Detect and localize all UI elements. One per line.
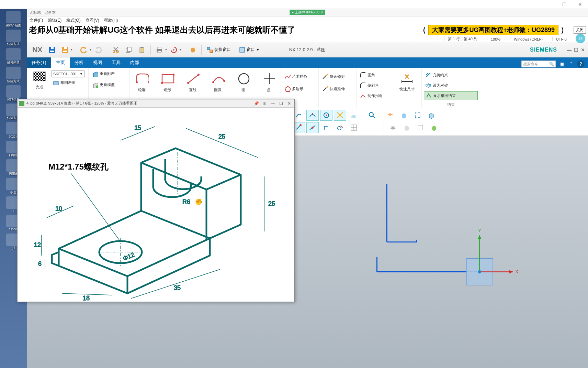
menu-file[interactable]: 文件(F): [30, 18, 43, 23]
make-corner-button[interactable]: 制作拐角: [359, 91, 392, 100]
point-button[interactable]: 点: [259, 72, 279, 93]
nx-close-icon[interactable]: ✕: [580, 47, 586, 53]
wireframe-icon[interactable]: [414, 122, 427, 133]
circle-button[interactable]: 圆: [233, 72, 253, 93]
curve-point-icon[interactable]: [306, 110, 319, 121]
tab-internal[interactable]: 内部: [125, 57, 144, 68]
cut-icon[interactable]: [110, 44, 122, 55]
menu-help[interactable]: 帮助(H): [104, 18, 118, 23]
polygon-button[interactable]: 多边形: [283, 84, 316, 93]
tangent-snap-icon[interactable]: [334, 122, 346, 133]
fillet-button[interactable]: 圆角: [359, 71, 392, 79]
fit-view-icon[interactable]: [411, 110, 424, 121]
window-close-icon[interactable]: ✕: [572, 0, 588, 9]
menu-view[interactable]: 查看(V): [86, 18, 99, 23]
paste-icon[interactable]: [136, 44, 148, 55]
midpoint-snap-icon[interactable]: [306, 122, 319, 133]
touch-mode-icon[interactable]: [187, 44, 199, 55]
tab-analyze[interactable]: 分析: [70, 57, 88, 68]
tab-home[interactable]: 主页: [51, 57, 70, 68]
iv-minimize-icon[interactable]: —: [269, 100, 276, 107]
image-viewer-canvas[interactable]: 15 25 25 10 12 6 18 35 R6 Φ12: [18, 108, 294, 302]
sketch-selector[interactable]: SKETCH_001▼: [52, 71, 84, 77]
help-icon[interactable]: ?: [577, 60, 585, 68]
rectangle-button[interactable]: 矩形: [157, 72, 177, 93]
perpendicular-snap-icon[interactable]: [320, 122, 332, 133]
window-min-icon[interactable]: —: [541, 0, 556, 9]
line-button[interactable]: 直线: [183, 72, 203, 93]
art-spline-button[interactable]: 艺术样条: [283, 72, 316, 81]
sketch-orient-button[interactable]: 草图着重: [52, 78, 84, 87]
svg-marker-40: [285, 86, 291, 91]
desktop-shortcut[interactable]: 课程介绍图: [2, 11, 24, 28]
desktop-shortcut[interactable]: 快捷方式: [2, 30, 24, 46]
menu-edit[interactable]: 编辑(E): [48, 18, 61, 23]
image-viewer-titlebar[interactable]: 4.jpg (94KB, 959x614 像素) - 第1 / 6张 - 125…: [18, 99, 294, 108]
svg-point-78: [478, 270, 482, 274]
pin-icon[interactable]: 📌: [252, 100, 260, 107]
window-menu-button[interactable]: 窗口▼: [236, 45, 262, 55]
profile-button[interactable]: 轮廓: [132, 72, 152, 93]
tab-view[interactable]: 视图: [88, 57, 107, 68]
class-timer-badge[interactable]: ● 上课中 00:46:00 ∨: [290, 10, 325, 15]
banner-row: 老师从0基础开始讲解UG这个软件 如果退出去以后再进来可能就听不懂了 （ 大家需…: [27, 24, 588, 36]
save-as-icon[interactable]: [59, 44, 71, 55]
switch-window-button[interactable]: 切换窗口: [204, 45, 234, 55]
center-point-icon[interactable]: [320, 110, 332, 121]
banner-close-button[interactable]: 关闭: [574, 26, 586, 34]
svg-point-28: [148, 81, 149, 83]
body-2-icon[interactable]: [400, 122, 413, 133]
svg-marker-77: [478, 235, 482, 239]
svg-rect-22: [34, 72, 45, 81]
nx-quick-access-toolbar: NX ▼ ▼ ▼ ▼ 切换窗口 窗口▼: [27, 42, 588, 57]
undo-icon[interactable]: [78, 44, 90, 55]
rapid-dimension-button[interactable]: 快速尺寸: [396, 69, 418, 92]
grid-snap-icon[interactable]: [348, 122, 360, 133]
collapse-ribbon-icon[interactable]: ⌃: [567, 60, 575, 68]
layers-2-icon[interactable]: [387, 122, 399, 133]
window-max-icon[interactable]: ☐: [556, 0, 572, 9]
tab-tool[interactable]: 工具: [107, 57, 125, 68]
nx-maximize-icon[interactable]: ☐: [573, 47, 579, 53]
nx-minimize-icon[interactable]: —: [566, 47, 572, 53]
geometric-constraint-button[interactable]: 几何约束: [424, 71, 478, 79]
menu-icon[interactable]: ≡: [261, 100, 268, 107]
layer-icon[interactable]: [384, 110, 396, 121]
shaded-icon[interactable]: [428, 122, 440, 133]
tab-task[interactable]: 任务(T): [27, 57, 51, 68]
redo-icon[interactable]: [92, 44, 104, 55]
save-icon[interactable]: [46, 44, 58, 55]
body-icon[interactable]: [398, 110, 410, 121]
notification-badge[interactable]: 29: [576, 34, 585, 43]
iso-view-icon[interactable]: [425, 110, 438, 121]
repeat-command-icon[interactable]: [168, 44, 180, 55]
notepad-titlebar[interactable]: 无标题 - 记事本 ● 上课中 00:46:00 ∨: [27, 9, 588, 17]
reattach-button[interactable]: 重新附着: [91, 69, 127, 78]
copy-icon[interactable]: [123, 44, 135, 55]
desktop-shortcut[interactable]: 解答问题: [2, 48, 24, 65]
svg-rect-1: [50, 51, 54, 52]
grab-cursor-icon: ✊: [195, 198, 203, 206]
finish-sketch-button[interactable]: 完成: [29, 69, 50, 90]
arc-button[interactable]: 圆弧: [208, 72, 228, 93]
quick-extend-button[interactable]: 快速延伸: [321, 84, 354, 93]
svg-line-84: [186, 128, 258, 158]
quick-trim-button[interactable]: 快速修剪: [321, 72, 354, 81]
svg-rect-15: [158, 47, 161, 49]
options-icon[interactable]: ▣: [558, 60, 565, 68]
print-icon[interactable]: [154, 44, 165, 55]
show-sketch-constraints-button[interactable]: 显示草图约束: [424, 91, 478, 100]
image-viewer-window[interactable]: 4.jpg (94KB, 959x614 像素) - 第1 / 6张 - 125…: [17, 99, 295, 302]
menu-format[interactable]: 格式(O): [66, 18, 80, 23]
chamfer-button[interactable]: 倒斜角: [359, 81, 392, 90]
iv-maximize-icon[interactable]: ☐: [277, 100, 285, 107]
iv-close-icon[interactable]: ✕: [285, 100, 293, 107]
intersection-icon[interactable]: [334, 110, 346, 121]
make-symmetric-button[interactable]: 设为对称: [424, 81, 478, 90]
zoom-fit-icon[interactable]: [366, 110, 378, 121]
nx-logo: NX: [29, 45, 46, 54]
command-search-input[interactable]: 搜索命令 🔍: [521, 61, 556, 67]
update-model-button[interactable]: 更新模型: [91, 80, 127, 89]
surface-icon[interactable]: [348, 110, 360, 121]
desktop-shortcut[interactable]: 快捷方式: [2, 67, 24, 83]
